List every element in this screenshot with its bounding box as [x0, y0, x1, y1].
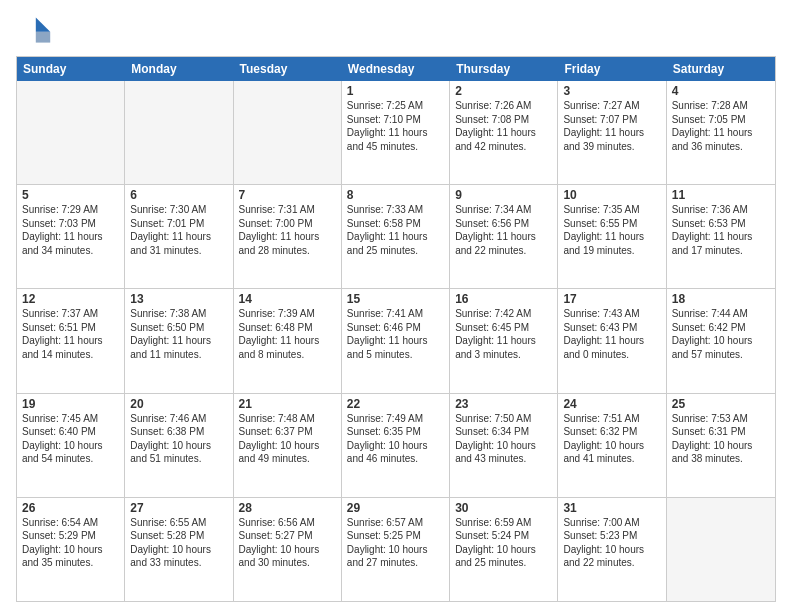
day-number: 25 — [672, 397, 770, 411]
calendar-header: SundayMondayTuesdayWednesdayThursdayFrid… — [17, 57, 775, 81]
day-number: 26 — [22, 501, 119, 515]
calendar-cell: 6Sunrise: 7:30 AM Sunset: 7:01 PM Daylig… — [125, 185, 233, 288]
cell-info: Sunrise: 6:54 AM Sunset: 5:29 PM Dayligh… — [22, 516, 119, 570]
cell-info: Sunrise: 7:00 AM Sunset: 5:23 PM Dayligh… — [563, 516, 660, 570]
calendar-cell — [667, 498, 775, 601]
calendar-cell: 21Sunrise: 7:48 AM Sunset: 6:37 PM Dayli… — [234, 394, 342, 497]
calendar-cell: 5Sunrise: 7:29 AM Sunset: 7:03 PM Daylig… — [17, 185, 125, 288]
cell-info: Sunrise: 7:45 AM Sunset: 6:40 PM Dayligh… — [22, 412, 119, 466]
day-number: 10 — [563, 188, 660, 202]
calendar-body: 1Sunrise: 7:25 AM Sunset: 7:10 PM Daylig… — [17, 81, 775, 601]
cell-info: Sunrise: 7:48 AM Sunset: 6:37 PM Dayligh… — [239, 412, 336, 466]
header-day-wednesday: Wednesday — [342, 57, 450, 81]
header-day-tuesday: Tuesday — [234, 57, 342, 81]
cell-info: Sunrise: 6:59 AM Sunset: 5:24 PM Dayligh… — [455, 516, 552, 570]
calendar-cell: 4Sunrise: 7:28 AM Sunset: 7:05 PM Daylig… — [667, 81, 775, 184]
day-number: 13 — [130, 292, 227, 306]
cell-info: Sunrise: 7:51 AM Sunset: 6:32 PM Dayligh… — [563, 412, 660, 466]
day-number: 22 — [347, 397, 444, 411]
calendar-cell: 17Sunrise: 7:43 AM Sunset: 6:43 PM Dayli… — [558, 289, 666, 392]
cell-info: Sunrise: 6:57 AM Sunset: 5:25 PM Dayligh… — [347, 516, 444, 570]
day-number: 16 — [455, 292, 552, 306]
day-number: 19 — [22, 397, 119, 411]
calendar-cell: 14Sunrise: 7:39 AM Sunset: 6:48 PM Dayli… — [234, 289, 342, 392]
cell-info: Sunrise: 7:50 AM Sunset: 6:34 PM Dayligh… — [455, 412, 552, 466]
calendar-cell: 27Sunrise: 6:55 AM Sunset: 5:28 PM Dayli… — [125, 498, 233, 601]
cell-info: Sunrise: 6:55 AM Sunset: 5:28 PM Dayligh… — [130, 516, 227, 570]
calendar-row-4: 26Sunrise: 6:54 AM Sunset: 5:29 PM Dayli… — [17, 498, 775, 601]
day-number: 30 — [455, 501, 552, 515]
cell-info: Sunrise: 7:31 AM Sunset: 7:00 PM Dayligh… — [239, 203, 336, 257]
cell-info: Sunrise: 7:46 AM Sunset: 6:38 PM Dayligh… — [130, 412, 227, 466]
calendar-cell — [234, 81, 342, 184]
calendar-cell: 13Sunrise: 7:38 AM Sunset: 6:50 PM Dayli… — [125, 289, 233, 392]
calendar-cell: 1Sunrise: 7:25 AM Sunset: 7:10 PM Daylig… — [342, 81, 450, 184]
cell-info: Sunrise: 7:30 AM Sunset: 7:01 PM Dayligh… — [130, 203, 227, 257]
calendar-cell — [125, 81, 233, 184]
day-number: 11 — [672, 188, 770, 202]
day-number: 5 — [22, 188, 119, 202]
cell-info: Sunrise: 7:33 AM Sunset: 6:58 PM Dayligh… — [347, 203, 444, 257]
logo-icon — [16, 12, 52, 48]
cell-info: Sunrise: 7:34 AM Sunset: 6:56 PM Dayligh… — [455, 203, 552, 257]
day-number: 4 — [672, 84, 770, 98]
day-number: 17 — [563, 292, 660, 306]
cell-info: Sunrise: 7:39 AM Sunset: 6:48 PM Dayligh… — [239, 307, 336, 361]
cell-info: Sunrise: 6:56 AM Sunset: 5:27 PM Dayligh… — [239, 516, 336, 570]
calendar-cell: 30Sunrise: 6:59 AM Sunset: 5:24 PM Dayli… — [450, 498, 558, 601]
header-day-sunday: Sunday — [17, 57, 125, 81]
header-day-saturday: Saturday — [667, 57, 775, 81]
cell-info: Sunrise: 7:37 AM Sunset: 6:51 PM Dayligh… — [22, 307, 119, 361]
calendar-row-2: 12Sunrise: 7:37 AM Sunset: 6:51 PM Dayli… — [17, 289, 775, 393]
calendar-cell: 9Sunrise: 7:34 AM Sunset: 6:56 PM Daylig… — [450, 185, 558, 288]
calendar-row-3: 19Sunrise: 7:45 AM Sunset: 6:40 PM Dayli… — [17, 394, 775, 498]
cell-info: Sunrise: 7:35 AM Sunset: 6:55 PM Dayligh… — [563, 203, 660, 257]
svg-marker-1 — [36, 32, 50, 43]
calendar-row-1: 5Sunrise: 7:29 AM Sunset: 7:03 PM Daylig… — [17, 185, 775, 289]
day-number: 31 — [563, 501, 660, 515]
calendar-cell: 29Sunrise: 6:57 AM Sunset: 5:25 PM Dayli… — [342, 498, 450, 601]
calendar-cell: 31Sunrise: 7:00 AM Sunset: 5:23 PM Dayli… — [558, 498, 666, 601]
day-number: 1 — [347, 84, 444, 98]
day-number: 12 — [22, 292, 119, 306]
header — [16, 12, 776, 48]
calendar-cell: 20Sunrise: 7:46 AM Sunset: 6:38 PM Dayli… — [125, 394, 233, 497]
calendar: SundayMondayTuesdayWednesdayThursdayFrid… — [16, 56, 776, 602]
cell-info: Sunrise: 7:38 AM Sunset: 6:50 PM Dayligh… — [130, 307, 227, 361]
page: SundayMondayTuesdayWednesdayThursdayFrid… — [0, 0, 792, 612]
calendar-cell: 15Sunrise: 7:41 AM Sunset: 6:46 PM Dayli… — [342, 289, 450, 392]
day-number: 27 — [130, 501, 227, 515]
day-number: 24 — [563, 397, 660, 411]
cell-info: Sunrise: 7:53 AM Sunset: 6:31 PM Dayligh… — [672, 412, 770, 466]
day-number: 28 — [239, 501, 336, 515]
calendar-cell: 28Sunrise: 6:56 AM Sunset: 5:27 PM Dayli… — [234, 498, 342, 601]
cell-info: Sunrise: 7:49 AM Sunset: 6:35 PM Dayligh… — [347, 412, 444, 466]
day-number: 29 — [347, 501, 444, 515]
calendar-cell: 12Sunrise: 7:37 AM Sunset: 6:51 PM Dayli… — [17, 289, 125, 392]
calendar-cell: 2Sunrise: 7:26 AM Sunset: 7:08 PM Daylig… — [450, 81, 558, 184]
day-number: 20 — [130, 397, 227, 411]
calendar-cell: 25Sunrise: 7:53 AM Sunset: 6:31 PM Dayli… — [667, 394, 775, 497]
header-day-friday: Friday — [558, 57, 666, 81]
cell-info: Sunrise: 7:27 AM Sunset: 7:07 PM Dayligh… — [563, 99, 660, 153]
day-number: 6 — [130, 188, 227, 202]
calendar-cell: 8Sunrise: 7:33 AM Sunset: 6:58 PM Daylig… — [342, 185, 450, 288]
day-number: 7 — [239, 188, 336, 202]
cell-info: Sunrise: 7:43 AM Sunset: 6:43 PM Dayligh… — [563, 307, 660, 361]
day-number: 2 — [455, 84, 552, 98]
calendar-cell: 10Sunrise: 7:35 AM Sunset: 6:55 PM Dayli… — [558, 185, 666, 288]
day-number: 9 — [455, 188, 552, 202]
calendar-cell — [17, 81, 125, 184]
calendar-row-0: 1Sunrise: 7:25 AM Sunset: 7:10 PM Daylig… — [17, 81, 775, 185]
calendar-cell: 7Sunrise: 7:31 AM Sunset: 7:00 PM Daylig… — [234, 185, 342, 288]
cell-info: Sunrise: 7:36 AM Sunset: 6:53 PM Dayligh… — [672, 203, 770, 257]
cell-info: Sunrise: 7:44 AM Sunset: 6:42 PM Dayligh… — [672, 307, 770, 361]
calendar-cell: 16Sunrise: 7:42 AM Sunset: 6:45 PM Dayli… — [450, 289, 558, 392]
day-number: 14 — [239, 292, 336, 306]
cell-info: Sunrise: 7:42 AM Sunset: 6:45 PM Dayligh… — [455, 307, 552, 361]
calendar-cell: 26Sunrise: 6:54 AM Sunset: 5:29 PM Dayli… — [17, 498, 125, 601]
calendar-cell: 23Sunrise: 7:50 AM Sunset: 6:34 PM Dayli… — [450, 394, 558, 497]
day-number: 18 — [672, 292, 770, 306]
day-number: 3 — [563, 84, 660, 98]
calendar-cell: 3Sunrise: 7:27 AM Sunset: 7:07 PM Daylig… — [558, 81, 666, 184]
